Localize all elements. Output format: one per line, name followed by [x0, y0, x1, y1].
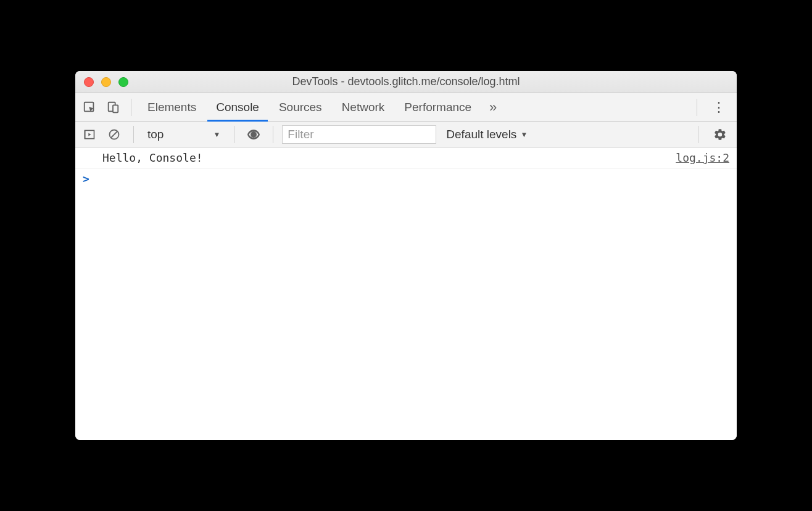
- traffic-lights: [75, 77, 128, 87]
- chevron-down-icon: ▼: [520, 130, 528, 139]
- log-message: Hello, Console!: [102, 151, 203, 164]
- close-window-button[interactable]: [84, 77, 94, 87]
- minimize-window-button[interactable]: [101, 77, 111, 87]
- devtools-tabbar: Elements Console Sources Network Perform…: [75, 93, 737, 122]
- levels-label: Default levels: [446, 128, 516, 141]
- svg-line-6: [111, 131, 117, 138]
- tab-performance[interactable]: Performance: [396, 93, 480, 122]
- live-expression-icon[interactable]: [243, 124, 264, 145]
- device-toolbar-icon[interactable]: [102, 97, 123, 118]
- tab-console[interactable]: Console: [207, 93, 268, 122]
- log-entry: Hello, Console! log.js:2: [75, 147, 737, 168]
- console-toolbar: top ▼ Default levels ▼: [75, 122, 737, 147]
- tab-sources[interactable]: Sources: [270, 93, 331, 122]
- log-source-link[interactable]: log.js:2: [676, 151, 729, 164]
- divider: [131, 99, 131, 116]
- divider: [698, 126, 698, 143]
- context-label: top: [147, 128, 164, 141]
- console-settings-icon[interactable]: [707, 128, 733, 141]
- divider: [273, 126, 273, 143]
- more-tabs-icon[interactable]: »: [483, 97, 503, 118]
- svg-rect-2: [113, 105, 118, 112]
- window-title: DevTools - devtools.glitch.me/console/lo…: [75, 75, 737, 88]
- zoom-window-button[interactable]: [118, 77, 128, 87]
- log-levels-select[interactable]: Default levels ▼: [440, 128, 534, 141]
- tab-network[interactable]: Network: [333, 93, 394, 122]
- chevron-down-icon: ▼: [213, 130, 220, 139]
- console-output: Hello, Console! log.js:2 >: [75, 147, 737, 440]
- toggle-console-drawer-icon[interactable]: [79, 124, 100, 145]
- filter-input[interactable]: [282, 125, 436, 144]
- titlebar: DevTools - devtools.glitch.me/console/lo…: [75, 71, 737, 93]
- tab-elements[interactable]: Elements: [139, 93, 205, 122]
- divider: [133, 126, 134, 143]
- divider: [234, 126, 234, 143]
- clear-console-icon[interactable]: [104, 124, 125, 145]
- prompt-caret-icon: >: [83, 172, 89, 185]
- execution-context-select[interactable]: top ▼: [143, 128, 225, 141]
- devtools-window: DevTools - devtools.glitch.me/console/lo…: [75, 71, 737, 440]
- inspect-element-icon[interactable]: [79, 97, 100, 118]
- svg-point-7: [251, 131, 257, 138]
- devtools-menu-icon[interactable]: ⋮: [705, 99, 733, 115]
- divider: [697, 99, 697, 116]
- console-prompt[interactable]: >: [75, 168, 737, 189]
